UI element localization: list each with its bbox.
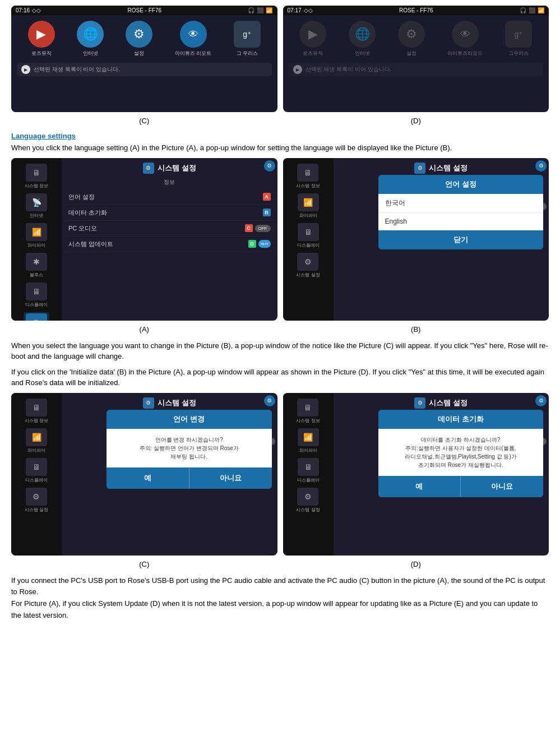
screen-label-a: 디스플레이 [25,302,48,308]
sidebar-item-syssettings-c[interactable]: ⚙ 시스템 설정 [25,488,48,513]
desc3-text: If you click on the 'Initialize data' (B… [11,368,544,387]
wifi-label-c: 와이파이 [27,447,45,453]
settings-screen-b: ⚙ 🖥 시스템 정보 📶 와이파이 🖥 디스플레이 [283,158,549,321]
sidebar-item-display-a[interactable]: 🖥 시스템 정보 [25,164,48,189]
app-icon-itunes-c[interactable]: 👁 아이튜즈 리모트 [175,21,212,57]
toggle-off-a[interactable]: OFF [255,225,271,232]
sidebar-item-wifi-c[interactable]: 📶 와이파이 [26,428,47,453]
wifi-icon-d: 📶 [538,7,544,13]
app-icon-gplus-d[interactable]: g⁺ 그우리스 [505,21,532,57]
gplus-icon-c: g⁺ [234,21,261,48]
lang-popup-close-b[interactable]: 닫기 [378,230,544,249]
app-icons-row-c: ▶ 로즈뮤직 🌐 인터넷 ⚙ 설정 👁 아이튜즈 리모트 [17,21,272,57]
status-time-c: 07:16 [16,7,30,13]
bottom-line2: For Picture (A), if you click System Upd… [11,598,549,622]
confirm-screen-c: ⚙ 🖥 시스템 정보 📶 와이파이 🖥 디스플레이 [11,393,277,556]
lang-option-korean-b[interactable]: 한국어 [378,194,544,213]
play-icon-c: ▶ [21,65,30,74]
cd-screenshots-row: ⚙ 🖥 시스템 정보 📶 와이파이 🖥 디스플레이 [11,393,549,556]
settings-label-d: 설정 [406,50,416,57]
settings-title-text-c: 시스템 설정 [158,398,196,408]
settings-inner-b: 🖥 시스템 정보 📶 와이파이 🖥 디스플레이 ⚙ 시스템 설정 [283,158,549,321]
sidebar-item-bluetooth-a[interactable]: ✱ 블루스 [26,253,47,278]
now-playing-c: ▶ 선택된 재생 목록이 비어 있습니다. [17,63,272,76]
top-caption-row: (C) (D) [11,114,549,127]
itunes-label-d: 아이튜즈리모드 [447,50,483,57]
menu-item-language-a[interactable]: 언어 설정 A [66,189,273,205]
display-icon-d: 🖥 [298,458,319,476]
app-icon-internet-c[interactable]: 🌐 인터넷 [77,21,104,57]
syssettings-icon-d: ⚙ [297,488,318,506]
lang-option-english-b[interactable]: English [378,213,544,230]
wifi-icon-d: 📶 [298,428,319,446]
syssettings-label-d: 시스템 설정 [296,507,320,513]
confirm-yes-d[interactable]: 예 [378,476,461,497]
settings-title-icon-b: ⚙ [414,163,425,174]
sidebar-item-wifi-d[interactable]: 📶 와이파이 [298,428,319,453]
sidebar-item-syssettings-d[interactable]: ⚙ 시스템 설정 [296,488,320,513]
confirm-no-c[interactable]: 아니요 [189,467,272,489]
menu-item-sysupdate-a[interactable]: 시스템 업데이트 D NEW [66,237,273,252]
confirm-yes-c[interactable]: 예 [107,467,189,489]
status-right-c: 🎧 ⬛ 📶 [248,7,272,13]
settings-main-a: ⚙ 시스템 설정 정보 언어 설정 A 데이터 초기화 [62,158,277,321]
lang-desc2: When you select the language you want to… [11,340,549,362]
app-icon-rosemusic-c[interactable]: ▶ 로즈뮤직 [28,21,55,57]
status-left-d: 07:17 ◇◇ [288,7,313,13]
settings-subtitle-a: 정보 [66,178,273,186]
desc2-text: When you select the language you want to… [11,341,548,361]
wifi-icon-c: 📶 [26,428,47,446]
menu-item-pcaudio-left-a: PC 오디오 [68,224,97,233]
gplus-label-d: 그우리스 [508,50,529,57]
sidebar-item-wifi-b[interactable]: 📶 와이파이 [298,193,319,219]
sidebar-item-display-b[interactable]: 🖥 디스플레이 [297,223,320,248]
app-icon-settings-d[interactable]: ⚙ 설정 [398,21,425,57]
sidebar-item-sysinfo-b[interactable]: 🖥 시스템 정보 [296,164,320,189]
settings-title-bar-d: ⚙ 시스템 설정 [338,397,545,409]
app-icon-rosemusic-d[interactable]: ▶ 로즈뮤직 [299,21,326,57]
menu-item-datareset-a[interactable]: 데이터 초기화 B [66,205,273,221]
display-label-a: 시스템 정보 [25,183,48,189]
bottom-line1: If you connect the PC's USB port to Rose… [11,575,549,599]
app-icon-itunes-d[interactable]: 👁 아이튜즈리모드 [447,21,483,57]
status-model-d: ROSE - FF76 [399,7,433,13]
sidebar-item-syssettings-a[interactable]: ⚙ 시스템 설정 [24,312,49,321]
menu-item-datareset-left-a: 데이터 초기화 [68,209,107,217]
confirm-popup-title-c: 언어 변경 [107,410,272,429]
app-icon-internet-d[interactable]: 🌐 인터넷 [349,21,376,57]
status-left-c: 07:16 ◇◇ [16,7,41,13]
datareset-label-a: 데이터 초기화 [68,209,107,217]
rosemusic-label-d: 로즈뮤직 [303,50,323,57]
settings-label-c: 설정 [134,50,144,57]
confirm-screen-d: ⚙ 🖥 시스템 정보 📶 와이파이 🖥 디스플레이 [283,393,549,556]
confirm-no-d[interactable]: 아니요 [461,476,543,497]
bluetooth-icon-a: ✱ [26,253,47,271]
screen-icon-a: 🖥 [26,283,47,300]
sysinfo-icon-c: 🖥 [26,399,47,416]
sysinfo-icon-d: 🖥 [297,399,318,416]
badge-c: C [245,224,253,232]
status-signal-c: ◇◇ [32,7,41,13]
syssettings-icon-b: ⚙ [297,253,318,271]
screen-c: 07:16 ◇◇ ROSE - FF76 🎧 ⬛ 📶 ▶ 로즈뮤직 [11,6,277,112]
sidebar-item-syssettings-b[interactable]: ⚙ 시스템 설정 [296,253,320,278]
wifi-label-a: 와이파이 [27,242,45,248]
sidebar-item-sysinfo-c[interactable]: 🖥 시스템 정보 [25,399,48,424]
app-icon-settings-c[interactable]: ⚙ 설정 [126,21,152,57]
now-playing-d: ▶ 선택된 재생 목록이 비어 있습니다. [289,63,544,76]
sidebar-item-screen-a[interactable]: 🖥 디스플레이 [25,283,48,308]
menu-item-language-left-a: 언어 설정 [68,193,95,201]
sidebar-item-sysinfo-d[interactable]: 🖥 시스템 정보 [296,399,320,424]
status-right-d: 🎧 ⬛ 📶 [520,7,544,13]
sidebar-item-wifi-a[interactable]: 📶 와이파이 [26,223,47,248]
sidebar-item-display-d[interactable]: 🖥 디스플레이 [297,458,320,483]
sidebar-item-internet-a[interactable]: 📡 인터넷 [26,193,47,219]
caption-a: (A) [11,323,277,336]
app-icon-gplus-c[interactable]: g⁺ 그 우리스 [234,21,261,57]
language-settings-desc1: When you click the language setting (A) … [11,142,549,154]
settings-title-bar-c: ⚙ 시스템 설정 [66,397,273,409]
settings-title-text-d: 시스템 설정 [429,398,468,408]
sidebar-item-display-c[interactable]: 🖥 디스플레이 [25,458,48,483]
confirm-sidebar-c: 🖥 시스템 정보 📶 와이파이 🖥 디스플레이 ⚙ 시스템 설정 [11,393,62,556]
menu-item-pcaudio-a[interactable]: PC 오디오 C OFF [66,221,273,237]
